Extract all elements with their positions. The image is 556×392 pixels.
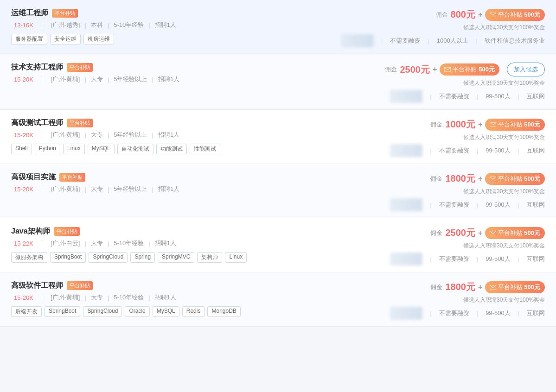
reward-plus: +	[433, 65, 437, 74]
job-headcount: 招聘1人	[155, 239, 176, 247]
separator4: |	[148, 22, 150, 29]
separator4: |	[152, 76, 153, 83]
job-location: [广州-黄埔]	[51, 293, 80, 302]
job-right: 佣金 2500元 + 平台补贴 500元 候选人入职满30天支付100%奖金	[369, 227, 545, 266]
reward-row: 佣金 1000元 + 平台补贴 500元	[430, 118, 545, 131]
reward-row: 佣金 1800元 + 平台补贴 500元	[430, 281, 545, 293]
job-tag: Redis	[182, 306, 205, 317]
envelope-icon	[490, 13, 496, 17]
platform-badge: 平台补贴	[52, 9, 78, 18]
job-tag: Shell	[11, 144, 32, 154]
job-title[interactable]: Java架构师	[11, 227, 50, 236]
job-tag: Spring	[130, 252, 155, 263]
envelope-icon	[490, 177, 496, 181]
company-logo	[341, 34, 374, 47]
job-salary: 15-20K	[14, 132, 33, 139]
job-item: 高级软件工程师 平台补贴 15-20K ｜ [广州-黄埔] | 大专 | 5-1…	[0, 272, 556, 327]
job-meta: 15-20K ｜ [广州-黄埔] | 大专 | 5年经验以上 | 招聘1人	[11, 75, 369, 83]
job-title-row: 运维工程师 平台补贴	[11, 8, 341, 18]
reward-amount: 1800元	[445, 172, 475, 185]
job-tag: 安全运维	[50, 34, 81, 44]
job-tag: 自动化测试	[117, 144, 153, 154]
job-tag: 性能测试	[190, 144, 220, 154]
separator: ｜	[39, 239, 45, 247]
job-experience: 5-10年经验	[114, 293, 144, 302]
company-financing: 不需要融资	[390, 37, 420, 45]
job-headcount: 招聘1人	[155, 21, 176, 29]
company-financing: 不需要融资	[439, 92, 469, 101]
separator: ｜	[39, 21, 45, 29]
company-financing: 不需要融资	[439, 146, 469, 155]
company-financing: 不需要融资	[439, 201, 469, 209]
job-education: 大专	[91, 185, 103, 193]
job-tags: 微服务架构SpringBootSpringCloudSpringSpringMV…	[11, 252, 369, 263]
job-experience: 5年经验以上	[114, 185, 147, 193]
separator3: |	[108, 186, 109, 193]
job-right: 佣金 2500元 + 平台补贴 500元 加入候选 候选人入职满30天支付100…	[369, 63, 545, 103]
separator4: |	[148, 240, 150, 247]
job-meta: 15-20K ｜ [广州-黄埔] | 大专 | 5-10年经验 | 招聘1人	[11, 293, 369, 302]
platform-badge: 平台补贴	[67, 281, 93, 290]
job-tag: SpringCloud	[89, 252, 128, 263]
job-row: 高级软件工程师 平台补贴 15-20K ｜ [广州-黄埔] | 大专 | 5-1…	[11, 281, 545, 320]
company-industry: 互联网	[527, 201, 545, 209]
job-experience: 5-10年经验	[114, 21, 144, 29]
job-location: [广州-黄埔]	[51, 75, 80, 83]
separator3: |	[108, 240, 109, 247]
job-left: 高级软件工程师 平台补贴 15-20K ｜ [广州-黄埔] | 大专 | 5-1…	[11, 281, 369, 317]
separator3: |	[108, 76, 109, 83]
company-info-row: | 不需要融资 | 99-500人 | 互联网	[390, 198, 545, 211]
job-education: 大专	[91, 75, 103, 83]
job-salary: 13-16K	[14, 22, 33, 29]
job-row: 高级测试工程师 平台补贴 15-20K ｜ [广州-黄埔] | 大专 | 5年经…	[11, 118, 545, 157]
separator4: |	[152, 186, 153, 193]
company-size: 99-500人	[486, 92, 510, 101]
job-tags: 后端开发SpringBootSpringCloudOracleMySQLRedi…	[11, 306, 369, 317]
reward-sub: 候选人入职满30天支付100%奖金	[463, 79, 545, 87]
envelope-icon	[490, 231, 496, 235]
reward-plus: +	[478, 11, 482, 19]
job-salary: 15-20K	[14, 76, 33, 83]
job-tag: 架构师	[197, 252, 222, 263]
company-info-row: | 不需要融资 | 99-500人 | 互联网	[390, 253, 545, 266]
job-left: 高级测试工程师 平台补贴 15-20K ｜ [广州-黄埔] | 大专 | 5年经…	[11, 118, 369, 154]
job-location: [广州-黄埔]	[51, 131, 80, 139]
job-tag: SpringMVC	[158, 252, 194, 263]
job-title-row: 高级测试工程师 平台补贴	[11, 118, 369, 128]
job-title[interactable]: 技术支持工程师	[11, 63, 63, 72]
job-title[interactable]: 运维工程师	[11, 8, 48, 18]
job-tag: Oracle	[125, 306, 149, 317]
envelope-icon	[490, 285, 496, 290]
job-meta: 15-20K ｜ [广州-黄埔] | 大专 | 5年经验以上 | 招聘1人	[11, 185, 369, 193]
reward-plus: +	[478, 120, 482, 129]
job-tag: Linux	[63, 144, 85, 154]
job-experience: 5-10年经验	[114, 239, 144, 247]
job-headcount: 招聘1人	[158, 131, 179, 139]
job-title-row: 高级软件工程师 平台补贴	[11, 281, 369, 291]
job-right: 佣金 1800元 + 平台补贴 500元 候选人入职满30天支付100%奖金	[369, 281, 545, 320]
add-candidate-button[interactable]: 加入候选	[507, 63, 545, 76]
company-financing: 不需要融资	[439, 255, 469, 263]
job-education: 大专	[91, 239, 103, 247]
separator: ｜	[39, 75, 45, 83]
separator2: |	[84, 294, 86, 301]
separator3: |	[108, 294, 109, 301]
platform-reward-badge: 平台补贴 500元	[485, 173, 545, 185]
job-tags: 服务器配置安全运维机房运维	[11, 34, 341, 44]
job-title[interactable]: 高级软件工程师	[11, 281, 63, 291]
separator3: |	[108, 132, 109, 139]
job-title[interactable]: 高级测试工程师	[11, 118, 63, 128]
job-tags: ShellPythonLinuxMySQL自动化测试功能测试性能测试	[11, 144, 369, 154]
job-meta: 15-20K ｜ [广州-黄埔] | 大专 | 5年经验以上 | 招聘1人	[11, 131, 369, 139]
job-tag: MongoDB	[207, 306, 240, 317]
job-item: 高级项目实施 平台补贴 15-20K ｜ [广州-黄埔] | 大专 | 5年经验…	[0, 164, 556, 218]
separator2: |	[84, 240, 86, 247]
job-tag: SpringCloud	[83, 306, 122, 317]
company-info-row: | 不需要融资 | 99-500人 | 互联网	[390, 90, 545, 103]
separator2: |	[84, 22, 86, 29]
envelope-icon	[490, 122, 496, 127]
job-tag: 机房运维	[83, 34, 114, 44]
job-salary: 15-20K	[14, 294, 33, 301]
platform-reward-badge: 平台补贴 500元	[485, 119, 545, 131]
job-title[interactable]: 高级项目实施	[11, 172, 56, 182]
